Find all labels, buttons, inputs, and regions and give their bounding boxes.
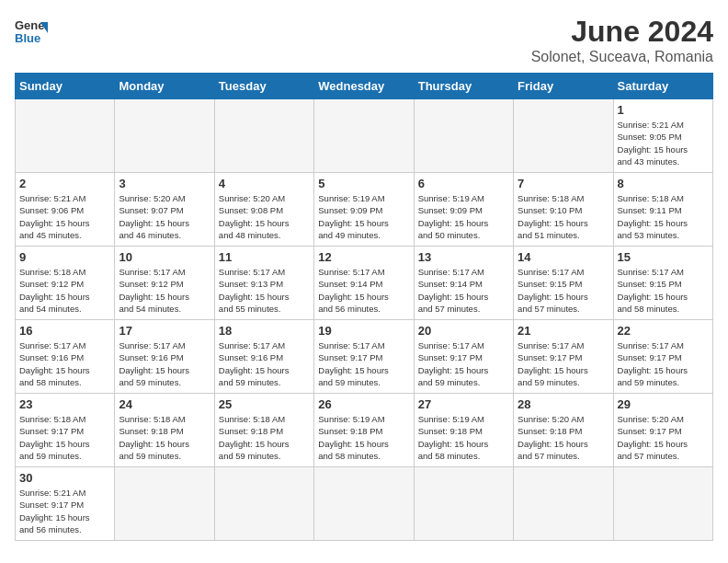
calendar-cell: 17Sunrise: 5:17 AM Sunset: 9:16 PM Dayli… xyxy=(115,320,214,394)
weekday-header-wednesday: Wednesday xyxy=(314,74,414,99)
calendar-cell xyxy=(314,99,414,173)
day-number: 5 xyxy=(318,177,409,190)
calendar-cell xyxy=(115,99,214,173)
calendar-title: June 2024 xyxy=(531,15,713,49)
calendar-cell: 12Sunrise: 5:17 AM Sunset: 9:14 PM Dayli… xyxy=(314,247,414,320)
day-number: 3 xyxy=(119,177,210,190)
day-info: Sunrise: 5:17 AM Sunset: 9:17 PM Dayligh… xyxy=(618,339,709,388)
day-info: Sunrise: 5:19 AM Sunset: 9:09 PM Dayligh… xyxy=(318,192,409,241)
calendar-week-row: 30Sunrise: 5:21 AM Sunset: 9:17 PM Dayli… xyxy=(16,467,713,541)
day-info: Sunrise: 5:18 AM Sunset: 9:17 PM Dayligh… xyxy=(19,413,110,462)
day-number: 10 xyxy=(119,250,210,264)
day-number: 29 xyxy=(618,397,709,411)
calendar-cell xyxy=(414,99,513,173)
calendar-cell: 19Sunrise: 5:17 AM Sunset: 9:17 PM Dayli… xyxy=(314,320,414,394)
calendar-cell: 15Sunrise: 5:17 AM Sunset: 9:15 PM Dayli… xyxy=(613,247,712,320)
header: General Blue June 2024 Solonet, Suceava,… xyxy=(15,15,713,65)
day-number: 15 xyxy=(618,250,709,264)
day-info: Sunrise: 5:19 AM Sunset: 9:18 PM Dayligh… xyxy=(418,413,509,462)
calendar-cell: 29Sunrise: 5:20 AM Sunset: 9:17 PM Dayli… xyxy=(613,394,712,467)
logo-icon: General Blue xyxy=(15,15,48,48)
day-info: Sunrise: 5:17 AM Sunset: 9:16 PM Dayligh… xyxy=(219,339,310,388)
day-info: Sunrise: 5:20 AM Sunset: 9:17 PM Dayligh… xyxy=(618,413,709,462)
day-info: Sunrise: 5:20 AM Sunset: 9:18 PM Dayligh… xyxy=(518,413,609,462)
day-info: Sunrise: 5:17 AM Sunset: 9:13 PM Dayligh… xyxy=(219,266,310,315)
calendar-week-row: 9Sunrise: 5:18 AM Sunset: 9:12 PM Daylig… xyxy=(16,247,713,320)
weekday-header-tuesday: Tuesday xyxy=(214,74,313,99)
day-number: 28 xyxy=(518,397,609,411)
weekday-header-row: SundayMondayTuesdayWednesdayThursdayFrid… xyxy=(16,74,713,99)
day-number: 7 xyxy=(518,177,609,190)
calendar-week-row: 1Sunrise: 5:21 AM Sunset: 9:05 PM Daylig… xyxy=(16,99,713,173)
day-info: Sunrise: 5:17 AM Sunset: 9:17 PM Dayligh… xyxy=(418,339,509,388)
day-info: Sunrise: 5:17 AM Sunset: 9:14 PM Dayligh… xyxy=(318,266,409,315)
day-number: 1 xyxy=(618,103,709,117)
day-number: 12 xyxy=(318,250,409,264)
day-info: Sunrise: 5:17 AM Sunset: 9:17 PM Dayligh… xyxy=(518,339,609,388)
calendar-cell: 7Sunrise: 5:18 AM Sunset: 9:10 PM Daylig… xyxy=(514,173,613,247)
calendar-cell: 21Sunrise: 5:17 AM Sunset: 9:17 PM Dayli… xyxy=(514,320,613,394)
logo: General Blue xyxy=(15,15,48,48)
day-info: Sunrise: 5:17 AM Sunset: 9:12 PM Dayligh… xyxy=(119,266,210,315)
day-info: Sunrise: 5:18 AM Sunset: 9:18 PM Dayligh… xyxy=(219,413,310,462)
day-info: Sunrise: 5:21 AM Sunset: 9:17 PM Dayligh… xyxy=(19,487,110,535)
day-number: 4 xyxy=(219,177,310,190)
calendar-cell xyxy=(16,99,115,173)
calendar-cell: 28Sunrise: 5:20 AM Sunset: 9:18 PM Dayli… xyxy=(514,394,613,467)
day-info: Sunrise: 5:18 AM Sunset: 9:11 PM Dayligh… xyxy=(618,192,709,241)
day-info: Sunrise: 5:20 AM Sunset: 9:07 PM Dayligh… xyxy=(119,192,210,241)
calendar-cell xyxy=(414,467,513,541)
calendar-cell xyxy=(214,99,313,173)
weekday-header-monday: Monday xyxy=(115,74,214,99)
calendar-cell: 10Sunrise: 5:17 AM Sunset: 9:12 PM Dayli… xyxy=(115,247,214,320)
day-number: 8 xyxy=(618,177,709,190)
calendar-week-row: 16Sunrise: 5:17 AM Sunset: 9:16 PM Dayli… xyxy=(16,320,713,394)
calendar-cell: 5Sunrise: 5:19 AM Sunset: 9:09 PM Daylig… xyxy=(314,173,414,247)
day-number: 9 xyxy=(19,250,110,264)
calendar-week-row: 23Sunrise: 5:18 AM Sunset: 9:17 PM Dayli… xyxy=(16,394,713,467)
day-info: Sunrise: 5:17 AM Sunset: 9:14 PM Dayligh… xyxy=(418,266,509,315)
day-info: Sunrise: 5:17 AM Sunset: 9:15 PM Dayligh… xyxy=(518,266,609,315)
day-number: 21 xyxy=(518,324,609,338)
calendar-cell: 24Sunrise: 5:18 AM Sunset: 9:18 PM Dayli… xyxy=(115,394,214,467)
calendar-cell xyxy=(514,99,613,173)
day-info: Sunrise: 5:21 AM Sunset: 9:05 PM Dayligh… xyxy=(618,119,709,167)
calendar-cell xyxy=(115,467,214,541)
day-number: 17 xyxy=(119,324,210,338)
weekday-header-saturday: Saturday xyxy=(613,74,712,99)
day-number: 6 xyxy=(418,177,509,190)
day-info: Sunrise: 5:18 AM Sunset: 9:12 PM Dayligh… xyxy=(19,266,110,315)
calendar-cell: 3Sunrise: 5:20 AM Sunset: 9:07 PM Daylig… xyxy=(115,173,214,247)
calendar-cell: 6Sunrise: 5:19 AM Sunset: 9:09 PM Daylig… xyxy=(414,173,513,247)
day-number: 18 xyxy=(219,324,310,338)
calendar-cell xyxy=(514,467,613,541)
day-number: 27 xyxy=(418,397,509,411)
calendar-cell: 18Sunrise: 5:17 AM Sunset: 9:16 PM Dayli… xyxy=(214,320,313,394)
weekday-header-friday: Friday xyxy=(514,74,613,99)
day-number: 11 xyxy=(219,250,310,264)
day-info: Sunrise: 5:18 AM Sunset: 9:10 PM Dayligh… xyxy=(518,192,609,241)
day-info: Sunrise: 5:17 AM Sunset: 9:15 PM Dayligh… xyxy=(618,266,709,315)
day-info: Sunrise: 5:17 AM Sunset: 9:16 PM Dayligh… xyxy=(19,339,110,388)
day-info: Sunrise: 5:18 AM Sunset: 9:18 PM Dayligh… xyxy=(119,413,210,462)
calendar-cell: 23Sunrise: 5:18 AM Sunset: 9:17 PM Dayli… xyxy=(16,394,115,467)
calendar-subtitle: Solonet, Suceava, Romania xyxy=(531,49,713,65)
calendar-cell: 13Sunrise: 5:17 AM Sunset: 9:14 PM Dayli… xyxy=(414,247,513,320)
day-number: 22 xyxy=(618,324,709,338)
calendar-cell: 14Sunrise: 5:17 AM Sunset: 9:15 PM Dayli… xyxy=(514,247,613,320)
day-info: Sunrise: 5:17 AM Sunset: 9:16 PM Dayligh… xyxy=(119,339,210,388)
day-number: 20 xyxy=(418,324,509,338)
weekday-header-sunday: Sunday xyxy=(16,74,115,99)
calendar-week-row: 2Sunrise: 5:21 AM Sunset: 9:06 PM Daylig… xyxy=(16,173,713,247)
calendar-cell: 11Sunrise: 5:17 AM Sunset: 9:13 PM Dayli… xyxy=(214,247,313,320)
calendar-cell: 27Sunrise: 5:19 AM Sunset: 9:18 PM Dayli… xyxy=(414,394,513,467)
svg-text:Blue: Blue xyxy=(15,31,40,45)
calendar-cell: 9Sunrise: 5:18 AM Sunset: 9:12 PM Daylig… xyxy=(16,247,115,320)
calendar-cell: 8Sunrise: 5:18 AM Sunset: 9:11 PM Daylig… xyxy=(613,173,712,247)
calendar-cell xyxy=(214,467,313,541)
calendar-cell: 4Sunrise: 5:20 AM Sunset: 9:08 PM Daylig… xyxy=(214,173,313,247)
calendar-cell: 20Sunrise: 5:17 AM Sunset: 9:17 PM Dayli… xyxy=(414,320,513,394)
calendar-cell: 16Sunrise: 5:17 AM Sunset: 9:16 PM Dayli… xyxy=(16,320,115,394)
calendar-cell: 1Sunrise: 5:21 AM Sunset: 9:05 PM Daylig… xyxy=(613,99,712,173)
day-number: 25 xyxy=(219,397,310,411)
